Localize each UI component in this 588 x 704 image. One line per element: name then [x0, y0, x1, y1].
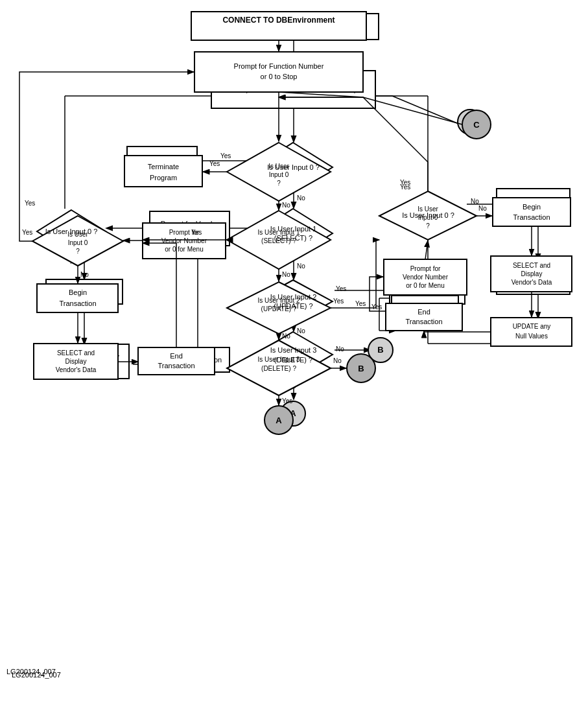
prompt-vendor-mid: Prompt for Vendor Number or 0 for Menu: [149, 211, 230, 246]
label-no-right: No: [471, 198, 479, 205]
circle-c: C: [457, 109, 483, 135]
label-yes-update: Yes: [336, 285, 346, 292]
label-no-delete: No: [336, 346, 344, 353]
update-null-box: UPDATE any Null Values: [496, 318, 570, 347]
circle-b: B: [368, 337, 394, 363]
connect-db-box: CONNECT TO DBEnvironment: [207, 13, 379, 40]
is-user-input-0-top: Is User Input 0 ?: [253, 141, 334, 193]
caption: LG200124_007: [6, 668, 56, 675]
begin-tx-left: Begin Transaction: [45, 279, 123, 305]
is-user-input-2-update: Is User Input 2 (UPDATE) ?: [253, 279, 334, 324]
select-display-left: SELECT and Display Vendor's Data: [42, 344, 130, 379]
label-yes-left: Yes: [25, 200, 35, 207]
is-user-input-1-select: Is User Input 1 (SELECT) ?: [253, 207, 334, 259]
label-no-select: No: [297, 263, 305, 270]
circle-a: A: [280, 401, 306, 427]
begin-tx-right: Begin Transaction: [496, 188, 570, 217]
label-yes-prompt-vendor-right: Yes: [371, 303, 382, 311]
label-yes-top: Yes: [220, 152, 231, 159]
select-display-right: SELECT and Display Vendor's Data: [496, 259, 570, 295]
is-user-input-3-delete: Is User Input 3 (DELETE) ?: [253, 331, 334, 379]
label-no-left: No: [70, 258, 78, 265]
end-tx-left: End Transaction: [162, 347, 230, 373]
svg-line-26: [392, 96, 465, 126]
terminate-box: Terminate Program: [126, 146, 198, 175]
label-yes-delete: Yes: [285, 382, 296, 390]
is-user-input-0-right: Is User Input 0 ?: [388, 191, 469, 240]
label-yes-right: Yes: [400, 183, 410, 191]
is-user-input-0-left: Is User Input 0 ?: [36, 209, 107, 254]
end-tx-right: End Transaction: [391, 295, 459, 321]
prompt-fn-box: Prompt for Function Number or 0 to Stop: [211, 70, 376, 109]
label-no-top: No: [297, 194, 305, 202]
